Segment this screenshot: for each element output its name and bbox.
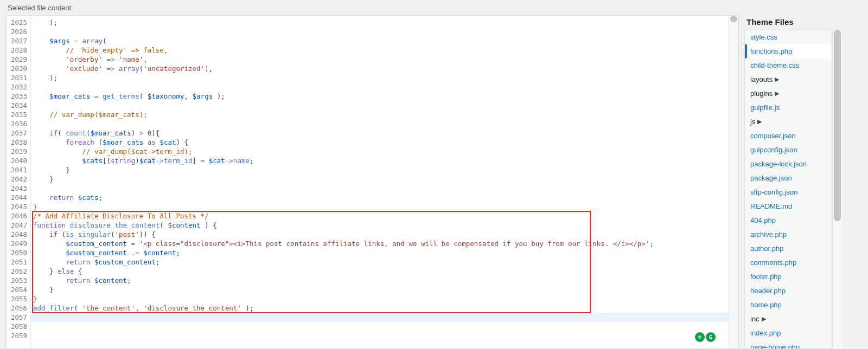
chevron-right-icon: ▶ <box>775 90 779 97</box>
line-number: 2045 <box>9 202 27 211</box>
line-number: 2035 <box>9 110 27 119</box>
panel-header: Selected file content: <box>0 0 868 15</box>
code-line[interactable] <box>31 27 729 36</box>
files-scroll-thumb[interactable] <box>834 30 841 221</box>
folder-item-layouts[interactable]: layouts▶ <box>745 73 832 87</box>
chevron-right-icon: ▶ <box>762 315 766 322</box>
code-line[interactable]: foreach ($moar_cats as $cat) { <box>31 138 729 147</box>
file-item-style-css[interactable]: style.css <box>745 30 832 44</box>
code-line[interactable]: $moar_cats = get_terms( $taxonomy, $args… <box>31 92 729 101</box>
theme-files-heading: Theme Files <box>744 15 842 30</box>
code-line[interactable]: $cats[(string)$cat->term_id] = $cat->nam… <box>31 156 729 165</box>
code-line[interactable]: ); <box>31 18 729 27</box>
file-item-child-theme-css[interactable]: child-theme.css <box>745 59 832 73</box>
file-item-package-lock-json[interactable]: package-lock.json <box>745 157 832 171</box>
file-item-readme-md[interactable]: README.md <box>745 199 832 214</box>
line-number: 2056 <box>9 303 27 313</box>
code-line[interactable]: add_filter( 'the_content', 'disclosure_t… <box>31 303 729 313</box>
file-name: style.css <box>750 33 777 41</box>
file-item-page-home-php[interactable]: page-home.php <box>745 340 832 349</box>
code-line[interactable] <box>31 184 729 193</box>
chevron-right-icon: ▶ <box>757 118 762 125</box>
file-item-author-php[interactable]: author.php <box>745 242 832 256</box>
file-name: author.php <box>750 244 783 253</box>
code-line[interactable]: } <box>31 174 729 184</box>
code-line[interactable] <box>31 82 729 92</box>
line-number: 2055 <box>9 294 27 303</box>
editor-scrollbar[interactable] <box>729 16 738 348</box>
code-line[interactable]: ); <box>31 73 729 82</box>
line-number: 2048 <box>9 230 27 239</box>
editor-scroll-thumb[interactable] <box>730 16 737 22</box>
file-item-package-json[interactable]: package.json <box>745 171 832 185</box>
file-name: child-theme.css <box>750 61 799 69</box>
line-number: 2028 <box>9 46 27 55</box>
file-item-comments-php[interactable]: comments.php <box>745 256 832 270</box>
folder-item-inc[interactable]: inc▶ <box>745 312 832 326</box>
file-item-functions-php[interactable]: functions.php <box>745 44 832 59</box>
code-line[interactable]: if( count($moar_cats) > 0){ <box>31 128 729 138</box>
line-number: 2029 <box>9 55 27 64</box>
file-item-footer-php[interactable]: footer.php <box>745 270 832 284</box>
line-number: 2031 <box>9 73 27 82</box>
line-number: 2041 <box>9 165 27 174</box>
file-item-composer-json[interactable]: composer.json <box>745 129 832 143</box>
line-number: 2030 <box>9 64 27 73</box>
file-item-index-php[interactable]: index.php <box>745 326 832 340</box>
code-line[interactable]: // var_dump($cat->term_id); <box>31 147 729 156</box>
code-line[interactable]: $custom_content .= $content; <box>31 248 729 257</box>
file-item-gulpconfig-json[interactable]: gulpconfig.json <box>745 143 832 157</box>
line-number: 2027 <box>9 36 27 46</box>
folder-item-plugins[interactable]: plugins▶ <box>745 87 832 101</box>
code-line[interactable]: if (is_singular('post')) { <box>31 230 729 239</box>
code-line[interactable]: 'orderby' => 'name', <box>31 55 729 64</box>
file-item-gulpfile-js[interactable]: gulpfile.js <box>745 101 832 115</box>
code-line[interactable]: } <box>31 285 729 294</box>
file-name: gulpconfig.json <box>750 146 797 154</box>
line-number: 2026 <box>9 27 27 36</box>
code-line[interactable]: /* Add Affiliate Disclosure To All Posts… <box>31 211 729 221</box>
file-item-header-php[interactable]: header.php <box>745 284 832 298</box>
code-line[interactable]: } <box>31 294 729 303</box>
code-line[interactable]: return $custom_content; <box>31 257 729 267</box>
code-editor[interactable]: 2025202620272028202920302031203220332034… <box>7 15 739 349</box>
code-line[interactable]: } <box>31 165 729 174</box>
code-line[interactable]: $custom_content = '<p class="disclosure"… <box>31 239 729 248</box>
file-name: page-home.php <box>750 343 800 349</box>
code-line[interactable]: return $cats; <box>31 193 729 202</box>
line-number: 2038 <box>9 138 27 147</box>
line-number: 2051 <box>9 257 27 267</box>
code-line[interactable] <box>31 331 729 340</box>
line-number: 2047 <box>9 221 27 230</box>
file-item-archive-php[interactable]: archive.php <box>745 228 832 242</box>
line-number: 2037 <box>9 128 27 138</box>
line-number: 2053 <box>9 276 27 285</box>
file-item-sftp-config-json[interactable]: sftp-config.json <box>745 185 832 199</box>
theme-file-list[interactable]: style.cssfunctions.phpchild-theme.csslay… <box>744 30 832 349</box>
code-line[interactable]: // var_dump($moar_cats); <box>31 110 729 119</box>
file-item-home-php[interactable]: home.php <box>745 298 832 312</box>
code-line[interactable] <box>31 101 729 110</box>
add-badge-icon[interactable]: + <box>695 332 705 342</box>
file-name: 404.php <box>750 216 776 224</box>
code-line[interactable]: function disclosure_the_content( $conten… <box>31 221 729 230</box>
code-line[interactable] <box>31 119 729 128</box>
code-line[interactable]: return $content; <box>31 276 729 285</box>
code-line[interactable] <box>31 322 729 331</box>
code-line[interactable]: 'exclude' => array('uncategorized'), <box>31 64 729 73</box>
line-number-gutter: 2025202620272028202920302031203220332034… <box>7 16 31 348</box>
code-line[interactable]: // 'hide_empty' => false, <box>31 46 729 55</box>
code-line[interactable]: } else { <box>31 267 729 276</box>
code-line[interactable]: $args = array( <box>31 36 729 46</box>
line-number: 2052 <box>9 267 27 276</box>
line-number: 2032 <box>9 82 27 92</box>
grammarly-icon[interactable]: G <box>706 332 716 342</box>
line-number: 2059 <box>9 331 27 340</box>
code-line[interactable]: } <box>31 202 729 211</box>
folder-item-js[interactable]: js▶ <box>745 115 832 129</box>
file-name: inc <box>750 315 760 323</box>
code-line[interactable] <box>31 313 729 322</box>
code-area[interactable]: + G ); $args = array( // 'hide_empty' =>… <box>31 16 729 348</box>
files-scrollbar[interactable] <box>832 30 842 349</box>
file-item-404-php[interactable]: 404.php <box>745 214 832 228</box>
